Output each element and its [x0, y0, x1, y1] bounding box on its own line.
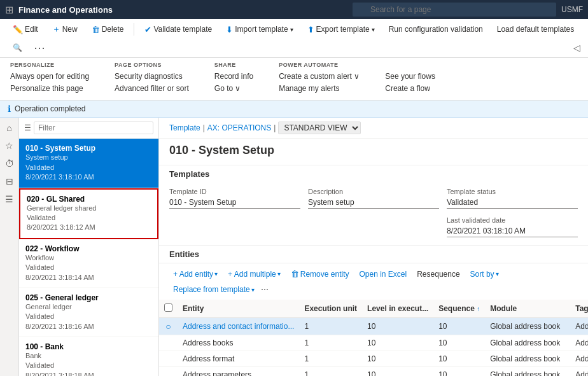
advanced-filter-item[interactable]: Advanced filter or sort — [115, 83, 189, 95]
view-select[interactable]: STANDARD VIEW — [278, 122, 361, 134]
personalize-page-item[interactable]: Personalize this page — [10, 83, 89, 95]
list-item[interactable]: 022 - Workflow Workflow Validated 8/20/2… — [19, 239, 158, 288]
separator-1 — [134, 23, 134, 36]
col-header-tags: Tags — [570, 300, 588, 318]
template-status-value: Validated — [447, 197, 578, 209]
list-item[interactable]: 100 - Bank Bank Validated 8/20/2021 3:18… — [19, 337, 158, 376]
col-header-check — [159, 300, 178, 318]
col-header-sequence: Sequence ↑ — [433, 300, 485, 318]
hamburger-icon[interactable]: ☰ — [24, 123, 31, 132]
create-flow-item[interactable]: Create a flow — [385, 83, 435, 95]
templates-section-title: Templates — [159, 165, 588, 183]
entity-link[interactable]: Address and contact informatio... — [183, 322, 294, 331]
template-id-input[interactable] — [169, 197, 300, 209]
top-navbar: ⊞ Finance and Operations 🔍 USMF — [0, 0, 588, 19]
sort-by-button[interactable]: Sort by ▾ — [466, 268, 503, 281]
clock-icon[interactable]: ⏱ — [5, 158, 14, 169]
row-module: Global address book — [485, 367, 570, 376]
row-check — [159, 367, 178, 376]
bookmark-icon[interactable]: ⊟ — [6, 176, 13, 186]
breadcrumb-sep2: | — [274, 123, 276, 132]
search-wrap: 🔍 — [353, 3, 556, 17]
item-status: Validated — [25, 361, 152, 370]
item-date: 8/20/2021 3:18:12 AM — [27, 223, 151, 232]
detail-panel: Template | AX: OPERATIONS | STANDARD VIE… — [159, 118, 588, 376]
app-title: Finance and Operations — [18, 5, 347, 15]
add-entity-button[interactable]: + Add entity ▾ — [169, 268, 221, 281]
open-excel-button[interactable]: Open in Excel — [355, 268, 410, 281]
row-check: ○ — [159, 318, 178, 335]
create-alert-item[interactable]: Create a custom alert ∨ — [279, 71, 360, 83]
home-icon[interactable]: ⌂ — [6, 123, 11, 133]
entities-more-button[interactable]: ⋯ — [261, 285, 269, 294]
run-config-button[interactable]: Run configuration validation — [384, 23, 488, 36]
item-date: 8/20/2021 3:18:16 AM — [25, 322, 152, 331]
sort-by-chevron: ▾ — [496, 270, 499, 277]
row-module: Global address book — [485, 318, 570, 335]
table-row[interactable]: Address parameters 1 10 10 Global addres… — [159, 367, 588, 376]
delete-button[interactable]: 🗑 Delete — [87, 23, 129, 36]
manage-alerts-item[interactable]: Manage my alerts — [279, 83, 360, 95]
row-exec-unit: 1 — [299, 367, 362, 376]
select-all-checkbox[interactable] — [164, 303, 172, 312]
table-row[interactable]: ○ Address and contact informatio... 1 10… — [159, 318, 588, 335]
last-validated-value: 8/20/2021 03:18:10 AM — [447, 225, 578, 237]
list-item[interactable]: 020 - GL Shared General ledger shared Va… — [19, 188, 158, 239]
back-icon[interactable]: ◁ — [573, 43, 580, 53]
row-entity: Address format — [178, 351, 299, 367]
security-diagnostics-item[interactable]: Security diagnostics — [115, 71, 189, 83]
export-button[interactable]: ⬆ Export template ▾ — [302, 23, 380, 36]
table-row[interactable]: Address format 1 10 10 Global address bo… — [159, 351, 588, 367]
power-automate-title: POWER AUTOMATE — [279, 62, 360, 68]
star-icon[interactable]: ☆ — [5, 141, 13, 151]
row-exec-unit: 1 — [299, 351, 362, 367]
main-toolbar: ✏️ Edit ＋ New 🗑 Delete ✔ Validate templa… — [0, 19, 588, 58]
add-entity-chevron: ▾ — [214, 270, 218, 277]
always-open-item[interactable]: Always open for editing — [10, 71, 89, 83]
see-flows-item[interactable]: See your flows — [385, 71, 435, 83]
row-sequence: 10 — [433, 367, 485, 376]
edit-button[interactable]: ✏️ Edit — [8, 23, 43, 36]
breadcrumb-ax-ops[interactable]: AX: OPERATIONS — [207, 123, 271, 132]
template-status-label: Template status — [447, 188, 578, 195]
list-item[interactable]: 025 - General ledger General ledger Vali… — [19, 288, 158, 337]
goto-item[interactable]: Go to ∨ — [214, 83, 253, 95]
remove-entity-button[interactable]: 🗑 Remove entity — [287, 267, 353, 281]
row-entity: Address parameters — [178, 367, 299, 376]
remove-icon: 🗑 — [291, 269, 299, 279]
row-exec-unit: 1 — [299, 318, 362, 335]
filter-input[interactable] — [34, 122, 153, 134]
row-module: Global address book — [485, 335, 570, 351]
search-input[interactable] — [353, 3, 556, 17]
item-sub: General ledger — [25, 302, 152, 312]
template-status-field: Template status Validated Last validated… — [447, 188, 578, 237]
validate-button[interactable]: ✔ Validate template — [139, 23, 217, 36]
menu-icon[interactable]: ☰ — [5, 194, 13, 204]
description-label: Description — [308, 188, 439, 195]
col-header-exec-unit: Execution unit — [299, 300, 362, 318]
item-title: 025 - General ledger — [25, 293, 152, 302]
description-input[interactable] — [308, 197, 439, 209]
row-entity: Address books — [178, 335, 299, 351]
export-icon: ⬆ — [307, 25, 314, 34]
new-button[interactable]: ＋ New — [47, 22, 83, 37]
search-toolbar-button[interactable]: 🔍 — [8, 41, 27, 54]
sort-arrow: ↑ — [477, 305, 480, 312]
more-options-button[interactable]: ⋯ — [31, 41, 48, 55]
table-row[interactable]: Address books 1 10 10 Global address boo… — [159, 335, 588, 351]
list-item[interactable]: 010 - System Setup System setup Validate… — [19, 139, 158, 188]
item-title: 010 - System Setup — [25, 144, 152, 153]
breadcrumb-template[interactable]: Template — [169, 123, 200, 132]
replace-chevron: ▾ — [251, 286, 255, 293]
replace-from-button[interactable]: Replace from template ▾ — [169, 283, 258, 296]
main-content: ⌂ ☆ ⏱ ⊟ ☰ ⊽ ☰ 010 - System Setup System … — [0, 118, 588, 376]
record-info-item[interactable]: Record info — [214, 71, 253, 83]
company-label: USMF — [561, 5, 583, 14]
import-button[interactable]: ⬇ Import template ▾ — [221, 23, 298, 36]
resequence-button[interactable]: Resequence — [413, 268, 463, 281]
add-multiple-button[interactable]: + Add multiple ▾ — [224, 268, 284, 281]
load-defaults-button[interactable]: Load default templates — [492, 23, 579, 36]
grid-icon[interactable]: ⊞ — [5, 4, 13, 16]
delete-icon: 🗑 — [92, 25, 100, 34]
item-date: 8/20/2021 3:18:18 AM — [25, 371, 152, 376]
